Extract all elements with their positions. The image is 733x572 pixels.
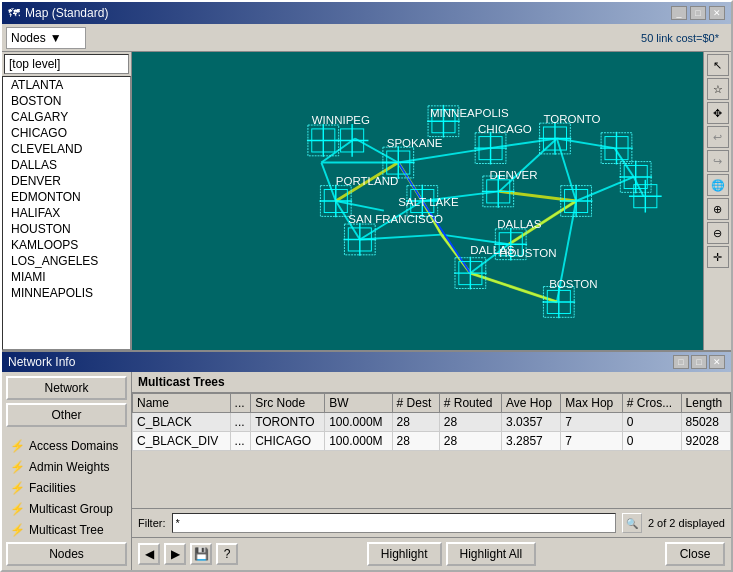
col-name: Name [133,394,231,413]
pan-tool-button[interactable]: ✥ [707,102,729,124]
cell-dest: 28 [392,413,439,432]
node-level: [top level] [4,54,129,74]
node-item-houston[interactable]: HOUSTON [3,221,130,237]
node-item-atlanta[interactable]: ATLANTA [3,77,130,93]
node-item-kamloops[interactable]: KAMLOOPS [3,237,130,253]
node-item-minneapolis[interactable]: MINNEAPOLIS [3,285,130,301]
netinfo-restore-button[interactable]: □ [673,355,689,369]
facilities-icon: ⚡ [10,481,25,495]
select-tool-button[interactable]: ☆ [707,78,729,100]
filter-bar: Filter: 🔍 2 of 2 displayed [132,508,731,537]
cell-length: 92028 [681,432,730,451]
fit-button[interactable]: ✛ [707,246,729,268]
cell-routed: 28 [439,432,501,451]
svg-text:BOSTON: BOSTON [549,278,597,290]
redo-button[interactable]: ↪ [707,150,729,172]
svg-text:TORONTO: TORONTO [543,113,600,125]
filter-input[interactable] [172,513,616,533]
multicast-tree-item[interactable]: ⚡ Multicast Tree [6,521,127,539]
zoom-in-button[interactable]: ⊕ [707,198,729,220]
left-nav: Network Other ⚡ Access Domains ⚡ Admin W… [2,372,132,570]
dropdown-arrow-icon: ▼ [50,31,62,45]
forward-button[interactable]: ▶ [164,543,186,565]
app-title: Map (Standard) [25,6,108,20]
netinfo-close-button[interactable]: ✕ [709,355,725,369]
app-icon: 🗺 [8,6,20,20]
node-item-miami[interactable]: MIAMI [3,269,130,285]
col-ave-hop: Ave Hop [502,394,561,413]
node-item-cleveland[interactable]: CLEVELAND [3,141,130,157]
filter-search-button[interactable]: 🔍 [622,513,642,533]
node-item-calgary[interactable]: CALGARY [3,109,130,125]
col-routed: # Routed [439,394,501,413]
svg-text:SAN FRANCISCO: SAN FRANCISCO [348,213,443,225]
network-nav-button[interactable]: Network [6,376,127,400]
cost-label: 50 link cost=$0* [641,32,719,44]
cell-ave-hop: 3.2857 [502,432,561,451]
globe-tool-button[interactable]: 🌐 [707,174,729,196]
multicast-tree-label: Multicast Tree [29,523,104,537]
cell-dots: ... [230,432,251,451]
table-row[interactable]: C_BLACK_DIV ... CHICAGO 100.000M 28 28 3… [133,432,731,451]
undo-button[interactable]: ↩ [707,126,729,148]
node-item-los-angeles[interactable]: LOS_ANGELES [3,253,130,269]
nodes-dropdown[interactable]: Nodes ▼ [6,27,86,49]
svg-text:SALT LAKE: SALT LAKE [398,196,459,208]
map-canvas[interactable]: WINNIPEG SPOKANE SALT LAKE MINNEAPOLIS C… [132,52,703,350]
svg-text:PORTLAND: PORTLAND [336,175,398,187]
cell-bw: 100.000M [325,413,392,432]
cell-name: C_BLACK [133,413,231,432]
highlight-button[interactable]: Highlight [367,542,442,566]
access-domains-item[interactable]: ⚡ Access Domains [6,437,127,455]
col-max-hop: Max Hop [561,394,623,413]
zoom-out-button[interactable]: ⊖ [707,222,729,244]
highlight-all-button[interactable]: Highlight All [446,542,537,566]
minimize-button[interactable]: _ [671,6,687,20]
node-item-denver[interactable]: DENVER [3,173,130,189]
col-cross: # Cros... [622,394,681,413]
network-info-panel: Network Info □ □ ✕ Network Other ⚡ Acces… [2,350,731,570]
other-nav-button[interactable]: Other [6,403,127,427]
center-buttons: Highlight Highlight All [367,542,536,566]
nodes-nav-button[interactable]: Nodes [6,542,127,566]
node-item-boston[interactable]: BOSTON [3,93,130,109]
col-dest: # Dest [392,394,439,413]
displayed-count: 2 of 2 displayed [648,517,725,529]
nav-buttons: ◀ ▶ 💾 ? [138,543,238,565]
close-main-button[interactable]: ✕ [709,6,725,20]
multicast-group-item[interactable]: ⚡ Multicast Group [6,500,127,518]
help-button[interactable]: ? [216,543,238,565]
multicast-trees-header: Multicast Trees [132,372,731,393]
admin-weights-item[interactable]: ⚡ Admin Weights [6,458,127,476]
admin-weights-label: Admin Weights [29,460,109,474]
node-item-edmonton[interactable]: EDMONTON [3,189,130,205]
main-title-bar: 🗺 Map (Standard) _ □ ✕ [2,2,731,24]
multicast-group-label: Multicast Group [29,502,113,516]
netinfo-maximize-button[interactable]: □ [691,355,707,369]
maximize-button[interactable]: □ [690,6,706,20]
cell-src-node: CHICAGO [251,432,325,451]
svg-text:CHICAGO: CHICAGO [478,123,532,135]
save-button[interactable]: 💾 [190,543,212,565]
col-dots: ... [230,394,251,413]
svg-text:DALLAS: DALLAS [470,244,514,256]
multicast-trees-table-container[interactable]: Name ... Src Node BW # Dest # Routed Ave… [132,393,731,508]
node-list[interactable]: ATLANTA BOSTON CALGARY CHICAGO CLEVELAND… [2,76,131,350]
netinfo-title: Network Info [8,355,75,369]
node-item-halifax[interactable]: HALIFAX [3,205,130,221]
close-button[interactable]: Close [665,542,725,566]
cell-max-hop: 7 [561,413,623,432]
facilities-label: Facilities [29,481,76,495]
svg-text:SPOKANE: SPOKANE [387,137,443,149]
node-item-chicago[interactable]: CHICAGO [3,125,130,141]
back-button[interactable]: ◀ [138,543,160,565]
cursor-tool-button[interactable]: ↖ [707,54,729,76]
node-item-dallas[interactable]: DALLAS [3,157,130,173]
cell-routed: 28 [439,413,501,432]
facilities-item[interactable]: ⚡ Facilities [6,479,127,497]
multicast-group-icon: ⚡ [10,502,25,516]
table-row[interactable]: C_BLACK ... TORONTO 100.000M 28 28 3.035… [133,413,731,432]
right-buttons: Close [665,542,725,566]
multicast-trees-table: Name ... Src Node BW # Dest # Routed Ave… [132,393,731,451]
col-bw: BW [325,394,392,413]
